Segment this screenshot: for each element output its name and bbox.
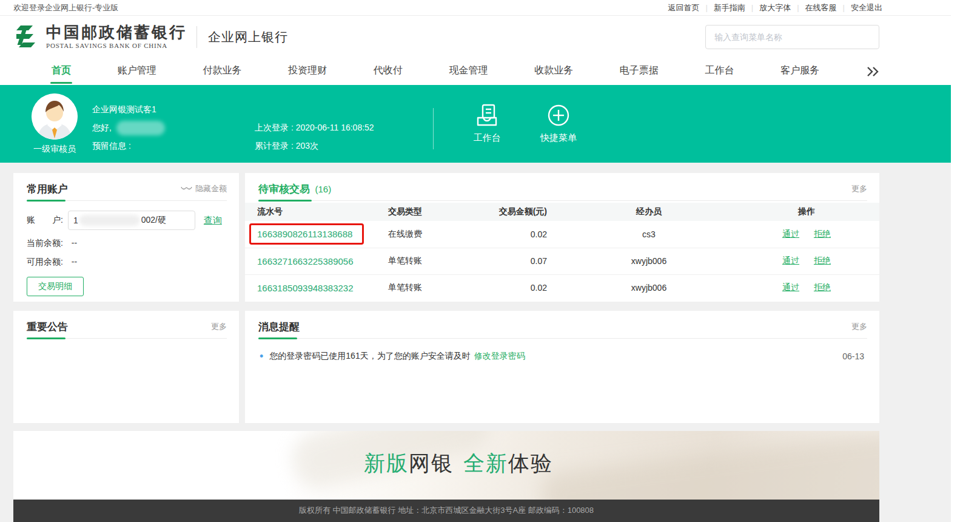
bank-name-en: POSTAL SAVINGS BANK OF CHINA xyxy=(46,42,187,49)
masked-account-number xyxy=(79,215,140,226)
topbar-link-beginner-guide[interactable]: 新手指南 xyxy=(714,2,745,13)
serial-number-link[interactable]: 1663890826113138688 xyxy=(257,229,352,239)
message-text: 您的登录密码已使用161天，为了您的账户安全请及时 xyxy=(269,351,470,362)
banner-seg-brandnew: 全新 xyxy=(463,451,508,475)
transaction-amount: 0.02 xyxy=(491,221,564,248)
quick-menu-label: 快捷菜单 xyxy=(531,132,586,144)
tab-customer-service[interactable]: 客户服务 xyxy=(780,64,819,78)
banner-seg-ebank: 网银 xyxy=(409,451,454,475)
section-underline xyxy=(258,338,867,339)
person-avatar-icon xyxy=(32,93,78,140)
accounts-card-title: 常用账户 xyxy=(27,182,68,196)
topbar-link-return-home[interactable]: 返回首页 xyxy=(668,2,699,13)
table-header-row: 流水号 交易类型 交易金额(元) 经办员 操作 xyxy=(245,203,879,221)
operator-name: cs3 xyxy=(564,221,734,248)
topbar-links: 返回首页 | 新手指南 | 放大字体 | 在线客服 | 安全退出 xyxy=(668,2,882,13)
transaction-amount: 0.07 xyxy=(491,248,564,274)
user-panel: 一级审核员 企业网银测试客1 您好, 预留信息 : 上次登录 : 2020-06… xyxy=(0,85,951,163)
hide-amount-label: 隐藏金额 xyxy=(195,183,227,194)
current-balance-label: 当前余额: xyxy=(27,238,63,248)
psbc-emblem-icon xyxy=(13,24,41,50)
welcome-text: 欢迎登录企业网上银行-专业版 xyxy=(13,2,118,13)
table-row: 1663185093948383232 单笔转账 0.02 xwyjb006 通… xyxy=(245,274,879,301)
tab-collection-payment[interactable]: 代收付 xyxy=(374,64,403,78)
user-avatar-block: 一级审核员 xyxy=(32,93,78,155)
message-item: • 您的登录密码已使用161天，为了您的账户安全请及时 修改登录密码 06-13 xyxy=(260,351,864,362)
greeting-label: 您好, xyxy=(92,123,112,134)
col-serial-number: 流水号 xyxy=(245,203,388,221)
pending-transactions-table: 流水号 交易类型 交易金额(元) 经办员 操作 1663890826113138… xyxy=(245,203,879,301)
divider: | xyxy=(797,3,799,12)
tab-e-bill[interactable]: 电子票据 xyxy=(620,64,659,78)
tab-payment-business[interactable]: 付款业务 xyxy=(203,64,241,78)
notices-more-link[interactable]: 更多 xyxy=(211,321,227,332)
workbench-shortcut[interactable]: 工作台 xyxy=(460,103,514,144)
hide-amount-toggle[interactable]: 隐藏金额 xyxy=(181,183,227,194)
transaction-type: 单笔转账 xyxy=(388,274,491,301)
tab-investment[interactable]: 投资理财 xyxy=(288,64,327,78)
message-reminders-card: 消息提醒 更多 • 您的登录密码已使用161天，为了您的账户安全请及时 修改登录… xyxy=(245,311,879,423)
transaction-type: 在线缴费 xyxy=(388,221,491,248)
tab-account-management[interactable]: 账户管理 xyxy=(118,64,156,78)
reject-link[interactable]: 拒绝 xyxy=(814,256,831,265)
tab-workbench[interactable]: 工作台 xyxy=(705,64,734,78)
approve-link[interactable]: 通过 xyxy=(782,229,799,239)
topbar-link-enlarge-font[interactable]: 放大字体 xyxy=(759,2,791,13)
table-row: 1663890826113138688 在线缴费 0.02 cs3 通过 拒绝 xyxy=(245,221,879,248)
reject-link[interactable]: 拒绝 xyxy=(814,229,831,239)
approve-link[interactable]: 通过 xyxy=(782,282,799,292)
divider: | xyxy=(751,3,753,12)
menu-search xyxy=(705,25,879,49)
col-amount: 交易金额(元) xyxy=(491,203,564,221)
col-transaction-type: 交易类型 xyxy=(388,203,491,221)
divider xyxy=(196,26,197,48)
messages-card-title: 消息提醒 xyxy=(258,320,300,334)
approve-link[interactable]: 通过 xyxy=(782,256,799,265)
user-role-label: 一级审核员 xyxy=(32,144,78,155)
product-title: 企业网上银行 xyxy=(208,29,288,46)
pending-more-link[interactable]: 更多 xyxy=(851,183,867,194)
topbar-link-safe-logout[interactable]: 安全退出 xyxy=(851,2,882,13)
bank-name: 中国邮政储蓄银行 POSTAL SAVINGS BANK OF CHINA xyxy=(46,25,187,49)
tab-cash-management[interactable]: 现金管理 xyxy=(449,64,488,78)
nav-more-button[interactable] xyxy=(866,66,879,77)
workbench-label: 工作台 xyxy=(460,132,514,144)
topbar: 欢迎登录企业网上银行-专业版 返回首页 | 新手指南 | 放大字体 | 在线客服… xyxy=(0,0,951,16)
bank-logo: 中国邮政储蓄银行 POSTAL SAVINGS BANK OF CHINA xyxy=(13,24,187,50)
transaction-detail-button[interactable]: 交易明细 xyxy=(27,277,84,296)
user-info: 企业网银测试客1 您好, 预留信息 : xyxy=(92,101,165,155)
account-value-suffix: 002/硬 xyxy=(141,215,166,226)
topbar-link-online-service[interactable]: 在线客服 xyxy=(805,2,837,13)
quick-menu-shortcut[interactable]: 快捷菜单 xyxy=(531,103,586,144)
pending-transactions-card: 待审核交易 (16) 更多 流水号 交易类型 交易金额(元) 经办员 操作 xyxy=(245,173,879,302)
workbench-document-icon xyxy=(475,103,499,127)
account-value-prefix: 1 xyxy=(73,215,78,225)
messages-more-link[interactable]: 更多 xyxy=(851,321,867,332)
account-select[interactable]: 1 002/硬 xyxy=(68,211,195,230)
account-label: 账 户: xyxy=(27,215,63,226)
operator-name: xwyjb006 xyxy=(564,274,734,301)
header: 中国邮政储蓄银行 POSTAL SAVINGS BANK OF CHINA 企业… xyxy=(0,16,951,58)
masked-user-name xyxy=(116,121,165,135)
change-password-link[interactable]: 修改登录密码 xyxy=(474,351,525,362)
query-link[interactable]: 查询 xyxy=(204,215,222,226)
section-underline xyxy=(27,200,227,201)
transaction-type: 单笔转账 xyxy=(388,248,491,274)
serial-number-link[interactable]: 1663185093948383232 xyxy=(257,283,354,293)
bank-name-cn: 中国邮政储蓄银行 xyxy=(46,25,187,41)
login-count: 累计登录 : 203次 xyxy=(255,137,374,155)
menu-search-input[interactable] xyxy=(705,25,879,49)
serial-number-link[interactable]: 1663271663225389056 xyxy=(257,256,354,266)
highlight-annotation-box: 1663890826113138688 xyxy=(249,223,364,245)
avatar xyxy=(32,93,78,140)
copyright-text: 版权所有 中国邮政储蓄银行 地址：北京市西城区金融大街3号A座 邮政编码：100… xyxy=(299,506,594,515)
important-notices-card: 重要公告 更多 xyxy=(13,311,239,423)
transaction-amount: 0.02 xyxy=(491,274,564,301)
notices-card-title: 重要公告 xyxy=(27,320,68,334)
tab-receivables[interactable]: 收款业务 xyxy=(534,64,573,78)
last-login: 上次登录 : 2020-06-11 16:08:52 xyxy=(255,119,374,137)
pending-count-badge: (16) xyxy=(315,184,331,194)
divider: | xyxy=(705,3,707,12)
tab-home[interactable]: 首页 xyxy=(52,64,71,78)
reject-link[interactable]: 拒绝 xyxy=(814,282,831,292)
